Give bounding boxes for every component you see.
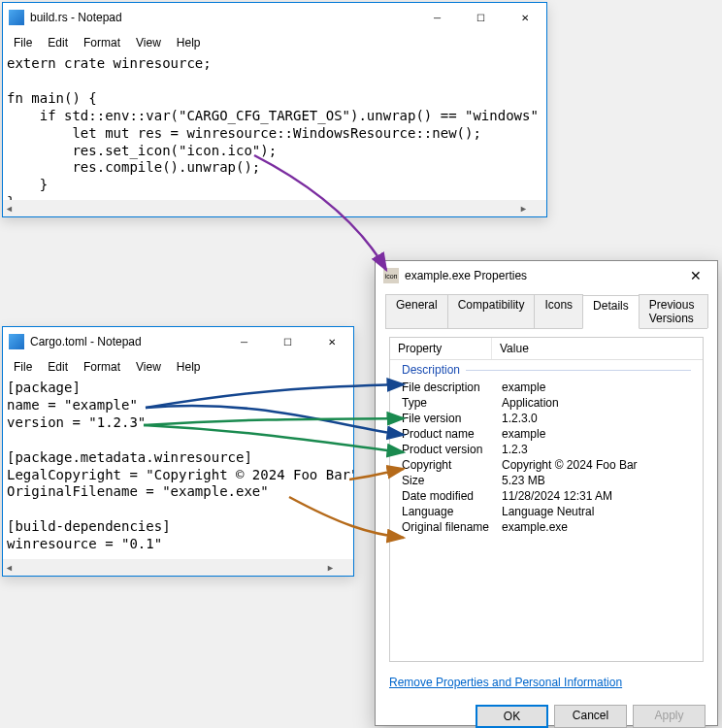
resize-grip[interactable] xyxy=(530,200,546,216)
menu-file[interactable]: File xyxy=(7,358,39,376)
property-value: example xyxy=(494,427,703,441)
menu-format[interactable]: Format xyxy=(77,34,127,51)
notepad-icon xyxy=(9,10,24,25)
property-row[interactable]: TypeApplication xyxy=(390,395,703,411)
window-title: build.rs - Notepad xyxy=(30,11,415,24)
menu-view[interactable]: View xyxy=(129,34,168,51)
property-row[interactable]: File descriptionexample xyxy=(390,380,703,395)
property-name: Copyright xyxy=(390,458,494,472)
tab-previous-versions[interactable]: Previous Versions xyxy=(639,294,708,328)
property-row[interactable]: Size5.23 MB xyxy=(390,473,703,488)
titlebar[interactable]: icon example.exe Properties ✕ xyxy=(376,261,717,290)
notepad-window-cargo: Cargo.toml - Notepad ─ ☐ ✕ File Edit For… xyxy=(2,326,354,577)
property-value: example.exe xyxy=(494,520,703,534)
menu-file[interactable]: File xyxy=(7,34,39,51)
property-value: 5.23 MB xyxy=(494,474,703,487)
property-row[interactable]: LanguageLanguage Neutral xyxy=(390,504,703,519)
dialog-buttons: OK Cancel Apply xyxy=(376,697,717,728)
property-row[interactable]: CopyrightCopyright © 2024 Foo Bar xyxy=(390,457,703,473)
property-value: 1.2.3 xyxy=(494,443,703,456)
tab-details[interactable]: Details xyxy=(582,295,640,329)
properties-list: Property Value Description File descript… xyxy=(389,337,704,662)
properties-dialog: icon example.exe Properties ✕ General Co… xyxy=(375,260,718,726)
maximize-button[interactable]: ☐ xyxy=(459,4,503,32)
menu-help[interactable]: Help xyxy=(170,34,208,51)
property-value: example xyxy=(494,381,703,394)
property-row[interactable]: Original filenameexample.exe xyxy=(390,519,703,535)
titlebar[interactable]: Cargo.toml - Notepad ─ ☐ ✕ xyxy=(3,327,353,356)
property-name: File description xyxy=(390,381,494,394)
property-value: Language Neutral xyxy=(494,505,703,518)
property-row[interactable]: Product nameexample xyxy=(390,426,703,442)
property-name: Date modified xyxy=(390,489,494,503)
editor-content[interactable]: extern crate winresource; fn main() { if… xyxy=(3,53,546,219)
minimize-button[interactable]: ─ xyxy=(222,328,266,356)
menu-view[interactable]: View xyxy=(129,358,168,376)
property-value: 11/28/2024 12:31 AM xyxy=(494,489,703,503)
apply-button: Apply xyxy=(633,705,706,728)
notepad-window-build: build.rs - Notepad ─ ☐ ✕ File Edit Forma… xyxy=(2,2,547,217)
close-button[interactable]: ✕ xyxy=(310,328,353,356)
menu-help[interactable]: Help xyxy=(170,358,208,376)
tab-strip: General Compatibility Icons Details Prev… xyxy=(385,294,707,329)
property-name: Product name xyxy=(390,427,494,441)
tab-compatibility[interactable]: Compatibility xyxy=(447,294,536,328)
editor-content[interactable]: [package] name = "example" version = "1.… xyxy=(3,378,353,579)
close-button[interactable]: ✕ xyxy=(673,262,717,290)
menubar: File Edit Format View Help xyxy=(3,356,353,378)
property-name: File version xyxy=(390,412,494,425)
menu-edit[interactable]: Edit xyxy=(41,358,75,376)
tab-icons[interactable]: Icons xyxy=(534,294,583,328)
maximize-button[interactable]: ☐ xyxy=(266,328,310,356)
horizontal-scrollbar[interactable]: ◄► xyxy=(3,200,530,216)
minimize-button[interactable]: ─ xyxy=(415,4,459,32)
list-header: Property Value xyxy=(390,338,703,360)
horizontal-scrollbar[interactable]: ◄► xyxy=(3,559,337,576)
exe-icon: icon xyxy=(383,268,399,283)
menu-format[interactable]: Format xyxy=(77,358,127,376)
property-row[interactable]: Date modified11/28/2024 12:31 AM xyxy=(390,488,703,504)
header-value[interactable]: Value xyxy=(492,338,703,359)
property-value: 1.2.3.0 xyxy=(494,412,703,425)
tab-general[interactable]: General xyxy=(385,294,448,328)
description-group: Description xyxy=(390,360,703,380)
remove-properties-link[interactable]: Remove Properties and Personal Informati… xyxy=(376,668,636,697)
window-title: Cargo.toml - Notepad xyxy=(30,335,222,348)
menu-edit[interactable]: Edit xyxy=(41,34,75,51)
header-property[interactable]: Property xyxy=(390,338,492,359)
menubar: File Edit Format View Help xyxy=(3,32,546,53)
property-row[interactable]: File version1.2.3.0 xyxy=(390,411,703,426)
property-name: Type xyxy=(390,396,494,410)
close-button[interactable]: ✕ xyxy=(503,4,546,32)
titlebar[interactable]: build.rs - Notepad ─ ☐ ✕ xyxy=(3,3,546,32)
ok-button[interactable]: OK xyxy=(476,705,548,728)
cancel-button[interactable]: Cancel xyxy=(554,705,627,728)
property-value: Copyright © 2024 Foo Bar xyxy=(494,458,703,472)
resize-grip[interactable] xyxy=(337,559,353,576)
property-row[interactable]: Product version1.2.3 xyxy=(390,442,703,457)
property-name: Product version xyxy=(390,443,494,456)
property-name: Language xyxy=(390,505,494,518)
property-name: Original filename xyxy=(390,520,494,534)
dialog-title: example.exe Properties xyxy=(405,269,673,282)
notepad-icon xyxy=(9,334,24,349)
property-name: Size xyxy=(390,474,494,487)
property-value: Application xyxy=(494,396,703,410)
